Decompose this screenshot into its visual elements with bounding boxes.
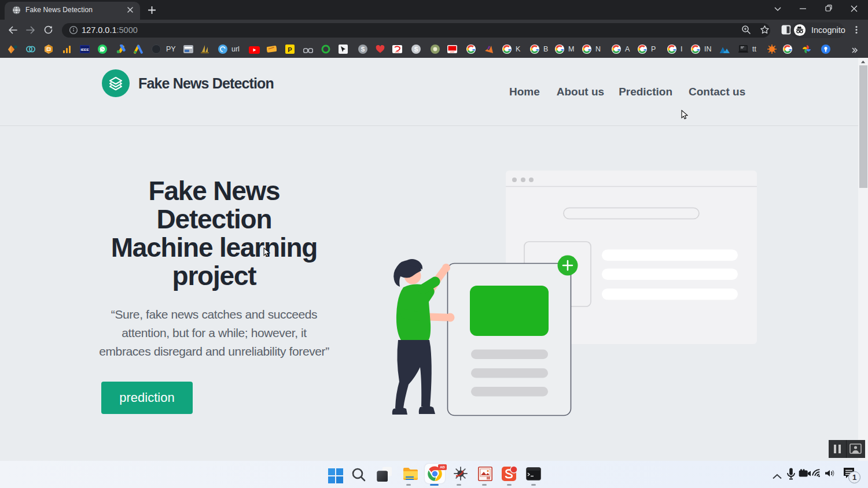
- svg-text:S: S: [414, 46, 418, 53]
- svg-text:S: S: [361, 46, 365, 53]
- svg-text:airtel: airtel: [450, 51, 455, 53]
- svg-text:P: P: [288, 46, 292, 53]
- svg-text:airtel: airtel: [395, 51, 400, 53]
- svg-text:IEEE: IEEE: [80, 47, 89, 51]
